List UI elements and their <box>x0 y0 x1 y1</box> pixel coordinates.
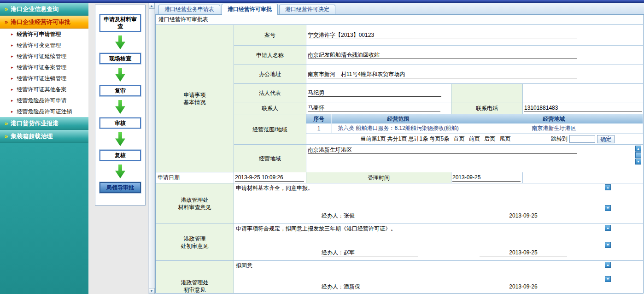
apply-date-field: 2013-9-25 10:09:26 <box>234 172 306 183</box>
submenu-label: 经营许可变更管理 <box>17 41 61 49</box>
phone-field: 13101881483 <box>523 102 643 114</box>
submenu-item-license-other-filing[interactable]: ▸经营许可证其他备案 <box>0 84 88 95</box>
workflow-step-site-check[interactable]: 现场核查 <box>100 53 141 64</box>
contact-row: 联系人 马菱怀 联系电话 13101881483 <box>234 102 643 114</box>
triangle-bullet-icon: ▸ <box>11 54 13 59</box>
case-no-row: 案号 宁交港许字【2013】00123 <box>234 25 643 46</box>
office-address-value: 南京市新河一村11号4幢郑和农贸市场内 <box>308 71 577 78</box>
sidebar-item-enterprise-info-query[interactable]: » 港口企业信息查询 <box>0 3 88 16</box>
accept-time-value: 2013-09-25 <box>452 174 521 182</box>
submenu-item-license-cancellation[interactable]: ▸经营许可证注销管理 <box>0 73 88 84</box>
scroll-up-icon[interactable]: ▲ <box>605 184 611 190</box>
scroll-down-icon[interactable]: ▼ <box>605 276 611 282</box>
triangle-bullet-icon: ▸ <box>11 109 13 114</box>
second-review-opinion-label: 港政管理处 初审意见 <box>156 261 234 293</box>
sidebar-filler <box>0 143 88 294</box>
scroll-up-icon[interactable]: ▲ <box>605 262 611 268</box>
triangle-bullet-icon: ▸ <box>11 43 13 47</box>
sidebar-item-license-approval[interactable]: » 港口企业经营许可审批 <box>0 16 88 29</box>
menu-label: 港口企业经营许可审批 <box>11 18 70 26</box>
scroll-thumb[interactable] <box>635 152 641 158</box>
handler-field: 经办人：张俊 <box>322 212 418 220</box>
double-chevron-icon: » <box>5 18 8 25</box>
pagination-first-link[interactable]: 首页 <box>454 135 465 142</box>
scroll-down-icon[interactable]: ▼ <box>635 159 641 165</box>
submenu-label: 经营许可申请管理 <box>17 30 61 38</box>
submenu-label: 经营危险品许可申请 <box>17 97 67 105</box>
jump-to-label: 跳转到 <box>551 135 568 143</box>
tab-bar: 港口经营业务申请表 港口经营许可审批 港口经营许可决定 <box>155 3 644 15</box>
handler-label: 经办人： <box>322 249 344 256</box>
sidebar: » 港口企业信息查询 » 港口企业经营许可审批 ▸经营许可申请管理 ▸经营许可变… <box>0 3 88 294</box>
submenu-item-license-application[interactable]: ▸经营许可申请管理 <box>0 29 88 40</box>
app-window: » 港口企业信息查询 » 港口企业经营许可审批 ▸经营许可申请管理 ▸经营许可变… <box>0 0 644 294</box>
tab-license-decision[interactable]: 港口经营许可决定 <box>279 5 335 14</box>
sidebar-submenu: ▸经营许可申请管理 ▸经营许可变更管理 ▸经营许可证延续管理 ▸经营许可证备案管… <box>0 29 88 117</box>
area-label: 经营地域 <box>234 145 306 172</box>
opinion-text: 申请事项符合规定，拟同意上报发放三年期《港口经营许可证》。 <box>236 225 396 232</box>
tab-business-application-form[interactable]: 港口经营业务申请表 <box>158 5 220 14</box>
phone-value: 13101881483 <box>524 104 642 112</box>
accept-time-field: 2013-09-25 <box>451 172 523 183</box>
opinion-footer: 经办人：张俊 2013-09-25 <box>236 211 641 221</box>
phone-label: 联系电话 <box>451 102 523 114</box>
contact-value: 马菱怀 <box>308 104 440 112</box>
office-address-row: 办公地址 南京市新河一村11号4幢郑和农贸市场内 <box>234 65 643 84</box>
second-review-opinion-row: 港政管理处 初审意见 拟同意 ▲ ▼ 经办人：潘新保 2013-09-26 <box>156 261 643 293</box>
sidebar-item-cargo-report[interactable]: » 港口普货作业报港 <box>0 117 88 130</box>
scope-table-row[interactable]: 1 第六类 船舶港口服务：6.12船舶污染物接收(船舶) 南京港新生圩港区 <box>306 123 643 134</box>
pagination-prev-link[interactable]: 前页 <box>469 135 480 142</box>
workflow-step-audit[interactable]: 审核 <box>100 118 141 129</box>
material-review-opinion-label: 港政管理处 材料审查意见 <box>156 183 234 223</box>
contact-label: 联系人 <box>234 102 306 114</box>
workflow-step-leader-approval[interactable]: 局领导审批 <box>100 182 141 193</box>
legal-rep-value: 马纪勇 <box>308 89 441 97</box>
scroll-up-icon[interactable]: ▲ <box>635 146 641 152</box>
workflow-step-re-review[interactable]: 复审 <box>100 85 141 96</box>
applicant-value: 南京纪发船舶清仓残油回收站 <box>308 51 577 59</box>
applicant-label: 申请人名称 <box>234 46 306 65</box>
workflow-step-recheck[interactable]: 复核 <box>100 150 141 161</box>
handler-field: 经办人：赵军 <box>322 249 418 257</box>
workflow-step-material-review[interactable]: 申请及材料审查 <box>100 14 141 32</box>
scroll-up-icon[interactable]: ▲ <box>149 3 155 9</box>
material-review-opinion-field: 申请材料基本齐全，同意申报。 ▲ ▼ 经办人：张俊 2013-09-25 <box>234 183 643 223</box>
pagination-next-link[interactable]: 后页 <box>484 135 495 142</box>
double-chevron-icon: » <box>5 6 8 12</box>
middle-scrollbar[interactable]: ▲ ▼ <box>148 3 155 294</box>
scroll-down-icon[interactable]: ▼ <box>605 242 611 248</box>
confirm-button[interactable]: 确定 <box>597 135 615 143</box>
jump-page-input[interactable] <box>569 135 595 143</box>
down-arrow-icon <box>115 68 125 82</box>
handler-name: 赵军 <box>344 249 355 256</box>
submenu-item-license-change[interactable]: ▸经营许可变更管理 <box>0 40 88 51</box>
first-review-opinion-row: 港政管理 处初审意见 申请事项符合规定，拟同意上报发放三年期《港口经营许可证》。… <box>156 224 643 261</box>
pagination-last-link[interactable]: 尾页 <box>500 135 511 142</box>
scroll-down-icon[interactable]: ▼ <box>605 205 611 211</box>
scope-row: 经营范围/地域 序号 经营范围 经营地域 1 第六类 <box>234 114 643 145</box>
submenu-label: 经营许可证注销管理 <box>17 75 67 82</box>
header-scope: 经营范围 <box>332 114 465 123</box>
scope-table-header: 序号 经营范围 经营地域 <box>306 114 643 123</box>
office-address-field: 南京市新河一村11号4幢郑和农贸市场内 <box>306 65 643 83</box>
legal-rep-row: 法人代表 马纪勇 <box>234 84 643 102</box>
tab-license-approval[interactable]: 港口经营许可审批 <box>222 4 278 15</box>
header-area: 经营地域 <box>465 114 643 123</box>
down-arrow-icon <box>115 35 125 49</box>
form-title: 港口经营许可审批表 <box>156 15 643 25</box>
sidebar-item-container-overload[interactable]: » 集装箱超载治理 <box>0 130 88 143</box>
opinion-footer: 经办人：潘新保 2013-09-26 <box>236 282 641 292</box>
submenu-item-dangerous-goods-cancellation[interactable]: ▸经营危险品许可证注销 <box>0 106 88 117</box>
submenu-item-license-renewal[interactable]: ▸经营许可证延续管理 <box>0 51 88 62</box>
opinion-footer: 经办人：赵军 2013-09-25 <box>236 248 641 258</box>
opinion-date: 2013-09-26 <box>480 283 567 291</box>
submenu-item-dangerous-goods-application[interactable]: ▸经营危险品许可申请 <box>0 95 88 106</box>
triangle-bullet-icon: ▸ <box>11 98 13 103</box>
handler-name: 张俊 <box>344 212 355 219</box>
area-scrollbar[interactable]: ▲ ▼ <box>635 146 641 165</box>
scroll-down-icon[interactable]: ▼ <box>149 288 155 294</box>
scroll-up-icon[interactable]: ▲ <box>605 225 611 231</box>
submenu-label: 经营危险品许可证注销 <box>17 108 72 116</box>
submenu-item-license-filing[interactable]: ▸经营许可证备案管理 <box>0 62 88 73</box>
handler-label: 经办人： <box>322 212 344 219</box>
